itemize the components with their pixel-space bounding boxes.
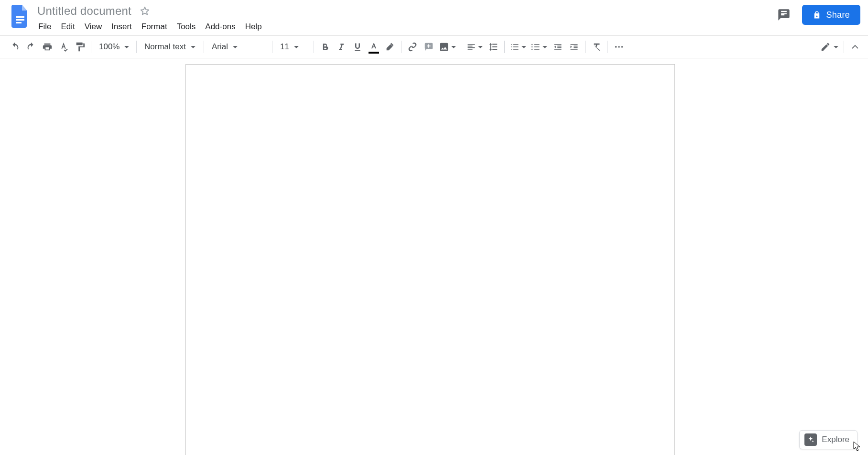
increase-indent-button[interactable] bbox=[566, 38, 582, 55]
page-1[interactable] bbox=[185, 64, 675, 455]
explore-button[interactable]: Explore bbox=[799, 430, 857, 449]
paint-format-button[interactable] bbox=[72, 38, 88, 55]
undo-button[interactable] bbox=[7, 38, 23, 55]
separator bbox=[504, 41, 505, 53]
docs-logo[interactable] bbox=[10, 3, 31, 30]
text-color-button[interactable] bbox=[366, 38, 382, 55]
chevron-down-icon bbox=[478, 46, 483, 48]
open-comments-button[interactable] bbox=[774, 5, 793, 24]
separator bbox=[136, 41, 137, 53]
zoom-dropdown[interactable]: 100% bbox=[94, 38, 133, 55]
separator bbox=[844, 41, 844, 53]
separator bbox=[585, 41, 586, 53]
separator bbox=[204, 41, 204, 53]
insert-image-button[interactable] bbox=[437, 38, 458, 55]
separator bbox=[608, 41, 608, 53]
separator bbox=[91, 41, 91, 53]
print-button[interactable] bbox=[39, 38, 55, 55]
underline-button[interactable] bbox=[349, 38, 366, 55]
toolbar-right bbox=[818, 38, 863, 55]
font-size-dropdown[interactable]: 11 bbox=[275, 38, 311, 55]
separator bbox=[272, 41, 272, 53]
separator bbox=[461, 41, 461, 53]
explore-label: Explore bbox=[822, 435, 849, 444]
font-family-dropdown[interactable]: Arial bbox=[207, 38, 269, 55]
chevron-down-icon bbox=[233, 46, 238, 48]
editing-mode-dropdown[interactable] bbox=[818, 38, 841, 55]
menu-help[interactable]: Help bbox=[240, 20, 267, 33]
app-header: Untitled document File Edit View Insert … bbox=[0, 0, 868, 35]
chevron-down-icon bbox=[542, 46, 547, 48]
numbered-list-button[interactable] bbox=[508, 38, 529, 55]
svg-rect-1 bbox=[16, 19, 24, 21]
paragraph-style-dropdown[interactable]: Normal text bbox=[140, 38, 201, 55]
document-title-input[interactable]: Untitled document bbox=[36, 3, 132, 19]
redo-button[interactable] bbox=[23, 38, 39, 55]
menu-file[interactable]: File bbox=[36, 20, 56, 33]
line-spacing-button[interactable] bbox=[485, 38, 501, 55]
menu-view[interactable]: View bbox=[80, 20, 107, 33]
explore-icon bbox=[804, 433, 817, 446]
document-canvas[interactable] bbox=[0, 59, 860, 455]
svg-rect-2 bbox=[16, 22, 22, 23]
size-value: 11 bbox=[280, 42, 289, 52]
font-value: Arial bbox=[212, 42, 228, 52]
separator bbox=[401, 41, 401, 53]
clear-formatting-button[interactable] bbox=[588, 38, 605, 55]
lock-icon bbox=[813, 11, 821, 19]
spellcheck-button[interactable] bbox=[55, 38, 72, 55]
title-row: Untitled document bbox=[36, 3, 774, 19]
text-color-swatch bbox=[369, 52, 379, 54]
menu-addons[interactable]: Add-ons bbox=[200, 20, 240, 33]
svg-rect-0 bbox=[16, 16, 24, 18]
insert-comment-button[interactable] bbox=[421, 38, 437, 55]
more-button[interactable] bbox=[611, 38, 627, 55]
chevron-down-icon bbox=[451, 46, 456, 48]
bold-button[interactable] bbox=[317, 38, 333, 55]
decrease-indent-button[interactable] bbox=[550, 38, 566, 55]
bulleted-list-button[interactable] bbox=[529, 38, 550, 55]
menu-tools[interactable]: Tools bbox=[172, 20, 201, 33]
menu-edit[interactable]: Edit bbox=[56, 20, 79, 33]
chevron-down-icon bbox=[191, 46, 195, 48]
chevron-down-icon bbox=[124, 46, 129, 48]
zoom-value: 100% bbox=[99, 42, 119, 52]
chevron-down-icon bbox=[294, 46, 299, 48]
style-value: Normal text bbox=[144, 42, 186, 52]
chevron-down-icon bbox=[834, 46, 838, 48]
italic-button[interactable] bbox=[333, 38, 349, 55]
chevron-down-icon bbox=[521, 46, 526, 48]
align-dropdown[interactable] bbox=[464, 38, 485, 55]
svg-point-4 bbox=[615, 46, 617, 48]
star-icon[interactable] bbox=[139, 5, 151, 17]
insert-link-button[interactable] bbox=[404, 38, 421, 55]
menu-format[interactable]: Format bbox=[137, 20, 172, 33]
title-area: Untitled document File Edit View Insert … bbox=[36, 3, 774, 34]
toolbar: 100% Normal text Arial 11 bbox=[0, 35, 868, 58]
highlight-color-button[interactable] bbox=[382, 38, 398, 55]
separator bbox=[314, 41, 314, 53]
svg-point-6 bbox=[621, 46, 623, 48]
hide-menus-button[interactable] bbox=[847, 38, 863, 55]
share-button[interactable]: Share bbox=[802, 5, 860, 25]
menu-bar: File Edit View Insert Format Tools Add-o… bbox=[36, 19, 774, 34]
svg-point-5 bbox=[618, 46, 620, 48]
menu-insert[interactable]: Insert bbox=[107, 20, 137, 33]
share-label: Share bbox=[826, 10, 850, 20]
header-actions: Share bbox=[774, 3, 860, 25]
